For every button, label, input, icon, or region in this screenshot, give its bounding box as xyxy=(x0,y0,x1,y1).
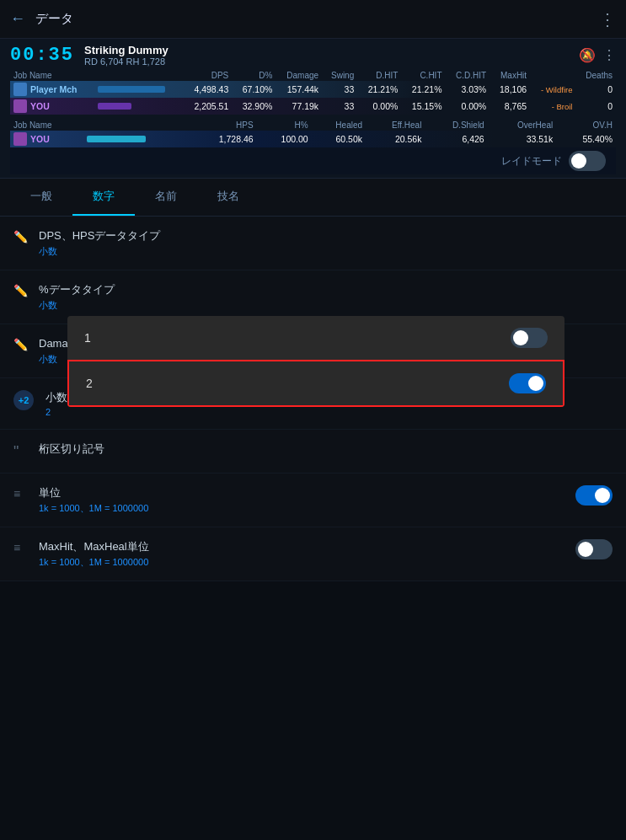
tab-names[interactable]: 名前 xyxy=(135,179,197,216)
col-deaths: Deaths xyxy=(575,70,616,81)
top-menu-button[interactable]: ⋮ xyxy=(599,9,616,29)
col-bar xyxy=(94,70,183,81)
pencil-icon-2: ✏️ xyxy=(13,284,27,297)
combat-timer: 00:35 xyxy=(10,45,74,66)
player1-swing: 33 xyxy=(322,81,357,98)
pencil-icon: ✏️ xyxy=(13,230,27,243)
player2-damage: 77.19k xyxy=(276,98,322,115)
lines-icon: ≡ xyxy=(13,487,27,500)
player1-maxhit: 18,106 xyxy=(490,81,530,98)
player2-swing: 33 xyxy=(322,98,357,115)
player2-skill: - Broil xyxy=(530,98,575,115)
heal-overheal: 33.51k xyxy=(488,131,556,147)
col-swing: Swing xyxy=(322,70,357,81)
setting-separator-text: 桁区切り記号 xyxy=(39,441,613,458)
dropdown-option-2-toggle[interactable] xyxy=(509,373,546,393)
maxhit-toggle[interactable] xyxy=(575,539,613,559)
heal-hpct: 100.00 xyxy=(257,131,312,147)
setting-separator-title: 桁区切り記号 xyxy=(39,441,613,457)
setting-pct-subtitle: 小数 xyxy=(39,299,613,312)
setting-maxhit-subtitle: 1k = 1000、1M = 1000000 xyxy=(39,556,575,569)
pencil-icon-3: ✏️ xyxy=(13,338,27,351)
heal-table: Job Name HPS H% Healed Eff.Heal D.Shield… xyxy=(10,120,616,147)
heal-healed: 60.50k xyxy=(312,131,366,147)
quote-icon: " xyxy=(13,443,27,461)
heal-col-bar xyxy=(83,120,190,131)
tab-skills[interactable]: 技名 xyxy=(197,179,259,216)
heal-col-ovh: OV.H xyxy=(556,120,616,131)
maxhit-toggle-track[interactable] xyxy=(575,539,613,559)
heal-col-overheal: OverHeal xyxy=(488,120,556,131)
player1-name: Player Mch xyxy=(10,81,94,98)
col-damage: Damage xyxy=(276,70,322,81)
player1-chit: 21.21% xyxy=(401,81,445,98)
dropdown-opt1-track[interactable] xyxy=(511,328,548,348)
heal-effheal: 20.56k xyxy=(366,131,425,147)
heal-hps: 1,728.46 xyxy=(190,131,256,147)
player2-deaths: 0 xyxy=(575,98,616,115)
job-icon-you xyxy=(13,99,27,113)
setting-maxhit-title: MaxHit、MaxHeal単位 xyxy=(39,539,575,554)
unit-toggle-thumb xyxy=(595,488,610,503)
tab-numbers[interactable]: 数字 xyxy=(72,179,135,216)
dropdown-opt2-track[interactable] xyxy=(509,373,546,393)
setting-unit-title: 単位 xyxy=(39,485,575,500)
setting-maxhit-text: MaxHit、MaxHeal単位 1k = 1000、1M = 1000000 xyxy=(39,539,575,569)
col-dhit: D.HIT xyxy=(357,70,401,81)
tabs-bar: 一般 数字 名前 技名 xyxy=(0,179,626,217)
heal-col-jobname: Job Name xyxy=(10,120,83,131)
encounter-name: Striking Dummy xyxy=(84,44,569,56)
col-dps: DPS xyxy=(183,70,232,81)
heal-ovh: 55.40% xyxy=(556,131,616,147)
heal-col-hps: HPS xyxy=(190,120,256,131)
col-skill xyxy=(530,70,575,81)
combat-menu-button[interactable]: ⋮ xyxy=(602,47,616,63)
raid-mode-row: レイドモード xyxy=(10,147,616,174)
dropdown-option-1-label: 1 xyxy=(84,331,91,345)
col-dpct: D% xyxy=(232,70,276,81)
lines-icon-2: ≡ xyxy=(13,541,27,554)
setting-pct-text: %データタイプ 小数 xyxy=(39,282,613,312)
encounter-info: Striking Dummy RD 6,704 RH 1,728 xyxy=(84,44,569,67)
tab-general[interactable]: 一般 xyxy=(10,179,72,216)
setting-decimal-subtitle: 2 xyxy=(45,407,613,417)
dropdown-opt1-thumb xyxy=(513,330,528,345)
encounter-sub: RD 6,704 RH 1,728 xyxy=(84,56,569,67)
settings-content: ✏️ DPS、HPSデータタイプ 小数 ✏️ %データタイプ 小数 ✏️ Dam… xyxy=(0,217,626,581)
player1-dpct: 67.10% xyxy=(232,81,276,98)
heal-job-icon xyxy=(13,132,27,146)
player2-bar xyxy=(94,98,183,115)
raid-mode-toggle[interactable] xyxy=(569,151,606,171)
col-maxhit: MaxHit xyxy=(490,70,530,81)
unit-toggle-track[interactable] xyxy=(575,485,613,506)
top-bar: ← データ ⋮ xyxy=(0,0,626,39)
table-row: YOU 2,205.51 32.90% 77.19k 33 0.00% 15.1… xyxy=(10,98,616,115)
back-button[interactable]: ← xyxy=(10,10,25,28)
heal-dshield: 6,426 xyxy=(425,131,487,147)
combat-icons: 🔕 ⋮ xyxy=(579,47,616,63)
player2-dhit: 0.00% xyxy=(357,98,401,115)
raid-mode-toggle-thumb xyxy=(571,153,586,169)
setting-damage-type: ✏️ Damageデータタイプ 小数 1 2 xyxy=(0,324,626,378)
setting-dps-hps-subtitle: 小数 xyxy=(39,245,613,258)
raid-mode-toggle-track[interactable] xyxy=(569,151,606,171)
dropdown-option-1[interactable]: 1 xyxy=(67,316,564,360)
player2-maxhit: 8,765 xyxy=(490,98,530,115)
dropdown-option-1-toggle[interactable] xyxy=(511,328,548,348)
col-cdhit: C.D.HIT xyxy=(445,70,490,81)
dps-table: Job Name DPS D% Damage Swing D.HIT C.HIT… xyxy=(10,70,616,115)
dropdown-opt2-thumb xyxy=(528,376,543,391)
setting-unit-text: 単位 1k = 1000、1M = 1000000 xyxy=(39,485,575,515)
job-icon-mch xyxy=(13,83,27,96)
page-title: データ xyxy=(35,11,599,27)
player1-cdhit: 3.03% xyxy=(445,81,490,98)
dropdown-option-2[interactable]: 2 xyxy=(67,360,564,407)
player1-bar xyxy=(94,81,183,98)
player1-skill: - Wildfire xyxy=(530,81,575,98)
dropdown-overlay: 1 2 xyxy=(67,316,564,407)
unit-toggle[interactable] xyxy=(575,485,613,506)
player1-deaths: 0 xyxy=(575,81,616,98)
mute-button[interactable]: 🔕 xyxy=(579,47,596,63)
col-jobname: Job Name xyxy=(10,70,94,81)
maxhit-toggle-thumb xyxy=(578,542,593,557)
